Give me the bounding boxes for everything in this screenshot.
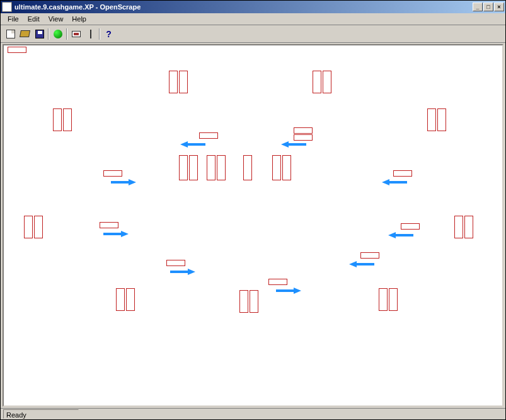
- region-icon: [72, 31, 81, 37]
- scrape-region[interactable]: [313, 71, 321, 93]
- menu-file[interactable]: File: [3, 14, 23, 24]
- scrape-region[interactable]: [53, 108, 62, 131]
- scrape-region[interactable]: [169, 71, 178, 93]
- scrape-region[interactable]: [427, 108, 436, 131]
- scrape-region[interactable]: [8, 47, 26, 53]
- scrape-region[interactable]: [389, 288, 398, 311]
- save-file-icon: [35, 30, 44, 38]
- scrape-region[interactable]: [323, 71, 331, 93]
- scrape-region[interactable]: [268, 279, 287, 285]
- canvas-area[interactable]: [3, 44, 503, 407]
- menubar: File Edit View Help: [1, 13, 505, 25]
- direction-arrow-left: [281, 141, 306, 148]
- tool-open[interactable]: [18, 27, 32, 41]
- tool-help[interactable]: ?: [101, 27, 116, 41]
- statusbar: Ready: [1, 408, 505, 419]
- close-button[interactable]: ×: [494, 3, 504, 11]
- tool-save[interactable]: [32, 27, 47, 41]
- toolbar-separator: [98, 27, 101, 41]
- scrape-region[interactable]: [179, 155, 188, 180]
- scrape-region[interactable]: [100, 222, 118, 228]
- menu-edit[interactable]: Edit: [23, 14, 44, 24]
- scrape-region[interactable]: [217, 155, 226, 180]
- svg-marker-7: [349, 261, 374, 267]
- scrape-region[interactable]: [464, 216, 473, 238]
- svg-marker-3: [382, 179, 407, 185]
- window-title: ultimate.9.cashgame.XP - OpenScrape: [14, 3, 473, 11]
- scrape-region[interactable]: [243, 155, 252, 180]
- maximize-button[interactable]: □: [483, 3, 493, 11]
- scrape-region[interactable]: [393, 170, 412, 177]
- app-icon: [2, 2, 12, 12]
- scrape-region[interactable]: [103, 170, 122, 177]
- svg-marker-1: [281, 141, 306, 148]
- scrape-region[interactable]: [166, 260, 185, 266]
- arrow-icon: [87, 30, 95, 38]
- scrape-region[interactable]: [63, 108, 72, 131]
- tool-region[interactable]: [69, 27, 83, 41]
- scrape-region[interactable]: [360, 252, 379, 259]
- scrape-region[interactable]: [207, 155, 216, 180]
- scrape-region[interactable]: [379, 288, 388, 311]
- connect-icon: [54, 30, 62, 38]
- toolbar: ?: [1, 25, 505, 43]
- help-icon: ?: [106, 29, 112, 39]
- svg-marker-8: [276, 288, 301, 294]
- svg-marker-4: [103, 231, 129, 237]
- direction-arrow-right: [170, 269, 195, 275]
- scrape-region[interactable]: [282, 155, 291, 180]
- scrape-region[interactable]: [116, 288, 125, 311]
- scrape-region[interactable]: [126, 288, 135, 311]
- direction-arrow-left: [180, 141, 205, 148]
- direction-arrow-right: [111, 179, 136, 185]
- minimize-button[interactable]: _: [473, 3, 483, 11]
- svg-marker-2: [111, 179, 136, 185]
- scrape-region[interactable]: [437, 108, 446, 131]
- scrape-region[interactable]: [250, 290, 258, 313]
- menu-view[interactable]: View: [44, 14, 68, 24]
- new-file-icon: [6, 30, 15, 38]
- toolbar-separator: [65, 27, 69, 41]
- svg-marker-5: [388, 232, 413, 238]
- scrape-region[interactable]: [179, 71, 188, 93]
- tool-new[interactable]: [3, 27, 18, 41]
- direction-arrow-left: [349, 261, 374, 267]
- titlebar[interactable]: ultimate.9.cashgame.XP - OpenScrape _ □ …: [1, 1, 505, 13]
- direction-arrow-right: [103, 231, 129, 237]
- open-file-icon: [20, 30, 30, 37]
- direction-arrow-left: [388, 232, 413, 238]
- status-ready: Ready: [3, 409, 79, 419]
- app-window: ultimate.9.cashgame.XP - OpenScrape _ □ …: [0, 0, 506, 420]
- scrape-region[interactable]: [401, 223, 420, 230]
- scrape-region[interactable]: [24, 216, 33, 238]
- menu-help[interactable]: Help: [67, 14, 91, 24]
- scrape-region[interactable]: [189, 155, 198, 180]
- tool-connect[interactable]: [50, 27, 65, 41]
- svg-marker-0: [180, 141, 205, 148]
- scrape-region[interactable]: [199, 132, 218, 139]
- tool-arrows[interactable]: [83, 27, 98, 41]
- scrape-region[interactable]: [34, 216, 43, 238]
- scrape-region[interactable]: [272, 155, 281, 180]
- scrape-region[interactable]: [294, 134, 313, 141]
- window-controls: _ □ ×: [473, 3, 504, 11]
- direction-arrow-right: [276, 288, 301, 294]
- toolbar-separator: [47, 27, 50, 41]
- scrape-region[interactable]: [294, 127, 313, 134]
- svg-marker-6: [170, 269, 195, 275]
- scrape-region[interactable]: [239, 290, 248, 313]
- direction-arrow-left: [382, 179, 407, 185]
- scrape-region[interactable]: [454, 216, 463, 238]
